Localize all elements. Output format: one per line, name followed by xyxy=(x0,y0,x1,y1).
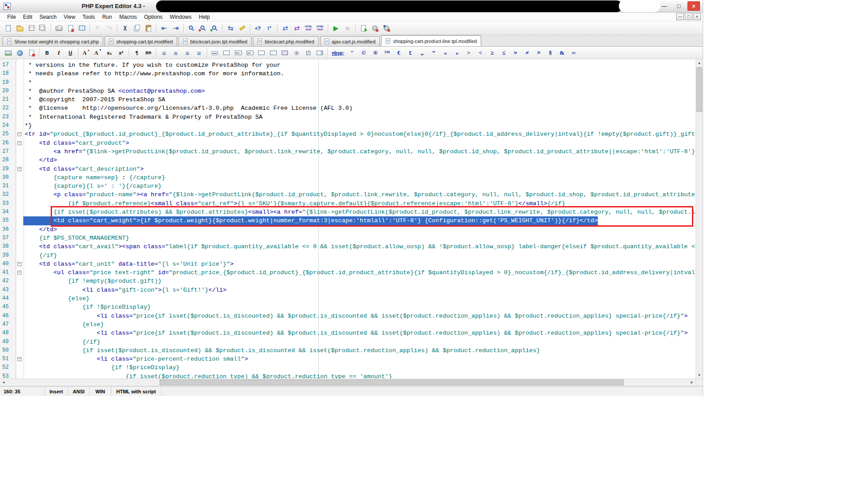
replace-icon[interactable] xyxy=(209,23,220,34)
code-line-43[interactable]: 43 <li class="gift-icon">{l s='Gift!'}</… xyxy=(0,286,696,294)
entity-nbsp-button[interactable]: nbsp; xyxy=(330,47,346,58)
menu-item-run[interactable]: Run xyxy=(99,13,116,21)
run-browser-icon[interactable] xyxy=(358,23,369,34)
vertical-scroll-track[interactable] xyxy=(696,66,703,371)
copy-icon[interactable] xyxy=(131,23,142,34)
convert-html-php-icon[interactable]: ⇄ xyxy=(280,23,291,34)
entity-le-button[interactable]: ≤ xyxy=(498,47,509,58)
insert-input-button[interactable]: ab| xyxy=(233,47,244,58)
insert-field-button[interactable] xyxy=(256,47,267,58)
html-to-php-file-icon[interactable]: HTMLPHP xyxy=(303,23,314,34)
find-icon[interactable] xyxy=(186,23,197,34)
entity-pound-button[interactable]: £ xyxy=(405,47,416,58)
code-fold-toggle[interactable]: − xyxy=(16,260,23,268)
code-line-26[interactable]: 26− <td class="cart_product"> xyxy=(0,139,696,147)
page-setup-icon[interactable] xyxy=(65,23,76,34)
menu-item-tools[interactable]: Tools xyxy=(79,13,99,21)
menu-item-options[interactable]: Options xyxy=(140,13,166,21)
print-icon[interactable] xyxy=(53,23,64,34)
mdi-close-button[interactable]: × xyxy=(693,13,701,20)
italic-button[interactable]: I xyxy=(53,47,64,58)
script-settings-icon[interactable] xyxy=(370,23,380,34)
code-line-47[interactable]: 47 {else} xyxy=(0,320,696,329)
code-line-37[interactable]: 37 {if $PS_STOCK_MANAGEMENT} xyxy=(0,234,696,242)
menu-item-file[interactable]: File xyxy=(4,13,19,21)
entity-raquo-button[interactable]: » xyxy=(452,47,462,58)
maximize-button[interactable]: □ xyxy=(673,1,685,11)
code-fold-toggle[interactable]: − xyxy=(16,355,23,363)
subscript-button[interactable]: x₂ xyxy=(104,47,115,58)
tab-shopping-cart-tpl-modified[interactable]: shopping-cart.tpl.modified xyxy=(104,36,177,46)
menu-item-windows[interactable]: Windows xyxy=(166,13,196,21)
code-line-44[interactable]: 44 {else} xyxy=(0,294,696,303)
scroll-up-arrow[interactable]: ▲ xyxy=(696,59,703,66)
debugger-icon[interactable] xyxy=(381,23,392,34)
find-next-icon[interactable] xyxy=(198,23,209,34)
code-line-29[interactable]: 29− <td class="cart_description"> xyxy=(0,165,696,173)
entity-ge-button[interactable]: ≥ xyxy=(487,47,497,58)
tab-blockcart-json-tpl-modified[interactable]: blockcart-json.tpl.modified xyxy=(178,36,252,46)
code-line-20[interactable]: 20 * @author PrestaShop SA <contact@pres… xyxy=(0,87,696,95)
code-line-45[interactable]: 45 {if !$priceDisplay} xyxy=(0,303,696,311)
insert-label-button[interactable]: abl xyxy=(244,47,255,58)
tab-blockcart-php-modified[interactable]: blockcart.php.modified xyxy=(253,36,318,46)
code-fold-toggle[interactable]: − xyxy=(16,268,23,277)
insert-checkbox-button[interactable] xyxy=(303,47,313,58)
tab-show-total-weight-in-shopping-cart-php[interactable]: Show total weight in shopping cart.php xyxy=(3,36,103,46)
scroll-right-arrow[interactable]: ► xyxy=(688,379,696,386)
code-line-41[interactable]: 41− <ul class="price text-right" id="pro… xyxy=(0,268,696,277)
insert-select-button[interactable] xyxy=(314,47,325,58)
entity-infin-button[interactable]: ∞ xyxy=(568,47,579,58)
run-icon[interactable]: ▶ xyxy=(330,23,341,34)
scroll-down-arrow[interactable]: ▼ xyxy=(696,371,703,379)
escape-quotes-icon[interactable]: \" xyxy=(264,23,275,34)
code-line-50[interactable]: 50 {if isset($product.is_discounted) && … xyxy=(0,346,696,355)
horizontal-scrollbar[interactable]: ◄ ► xyxy=(0,379,703,386)
indent-icon[interactable]: ⇥ xyxy=(170,23,181,34)
code-line-46[interactable]: 46 <li class="price{if isset($product.is… xyxy=(0,312,696,320)
insert-frame-button[interactable] xyxy=(221,47,232,58)
code-line-31[interactable]: 31 {capture}{l s=' : '}{/capture} xyxy=(0,182,696,190)
insert-hr-button[interactable] xyxy=(209,47,220,58)
code-line-23[interactable]: 23 * International Registered Trademark … xyxy=(0,113,696,121)
entity-ne-button[interactable]: ≠ xyxy=(522,47,532,58)
code-explorer-icon[interactable] xyxy=(77,23,87,34)
code-fold-toggle[interactable]: − xyxy=(16,165,23,173)
code-line-24[interactable]: 24*} xyxy=(0,121,696,130)
close-button[interactable]: × xyxy=(687,1,700,11)
line-break-button[interactable]: BR xyxy=(143,47,154,58)
code-line-17[interactable]: 17 * versions in the future. If you wish… xyxy=(0,61,696,69)
cut-icon[interactable] xyxy=(120,23,130,34)
paragraph-button[interactable]: ¶ xyxy=(131,47,142,58)
code-line-49[interactable]: 49 {/if} xyxy=(0,338,696,346)
entity-trade-button[interactable]: ™ xyxy=(382,47,392,58)
code-line-53[interactable]: 53 {if isset($product.reduction_type) &&… xyxy=(0,372,696,379)
mdi-minimize-button[interactable]: — xyxy=(676,13,684,20)
horizontal-scroll-thumb[interactable] xyxy=(160,379,624,385)
fold-minus-icon[interactable]: − xyxy=(17,357,22,361)
entity-reg-button[interactable]: ® xyxy=(370,47,381,58)
align-justify-button[interactable]: ≡ xyxy=(194,47,204,58)
entity-laquo-button[interactable]: « xyxy=(440,47,451,58)
menu-item-macros[interactable]: Macros xyxy=(116,13,140,21)
php-tags-icon[interactable]: <? xyxy=(252,23,263,34)
entity-amp-button[interactable]: & xyxy=(557,47,567,58)
font-increase-button[interactable]: A▲ xyxy=(81,47,91,58)
entity-lt-button[interactable]: < xyxy=(475,47,486,58)
fold-minus-icon[interactable]: − xyxy=(17,262,22,266)
editor-code[interactable]: 17 * versions in the future. If you wish… xyxy=(0,59,696,379)
code-line-32[interactable]: 32 <p class="product-name"><a href="{$li… xyxy=(0,190,696,199)
code-line-27[interactable]: 27 <a href="{$link->getProductLink($prod… xyxy=(0,147,696,156)
code-line-51[interactable]: 51− <li class="price-percent-reduction s… xyxy=(0,355,696,363)
entity-copy-button[interactable]: © xyxy=(358,47,369,58)
underline-button[interactable]: U xyxy=(65,47,76,58)
insert-radio-button[interactable] xyxy=(291,47,302,58)
superscript-button[interactable]: x² xyxy=(116,47,126,58)
vertical-scrollbar[interactable]: ▲ ▼ xyxy=(696,59,703,379)
php-to-html-file-icon[interactable]: HTMLPHP xyxy=(315,23,326,34)
entity-euro-button[interactable]: € xyxy=(393,47,404,58)
insert-hyperlink-icon[interactable] xyxy=(14,47,25,58)
code-line-28[interactable]: 28 </td> xyxy=(0,156,696,164)
align-center-button[interactable]: ≡ xyxy=(170,47,181,58)
tab-shopping-cart-product-line-tpl-modified[interactable]: shopping-cart-product-line.tpl.modified xyxy=(381,35,481,46)
